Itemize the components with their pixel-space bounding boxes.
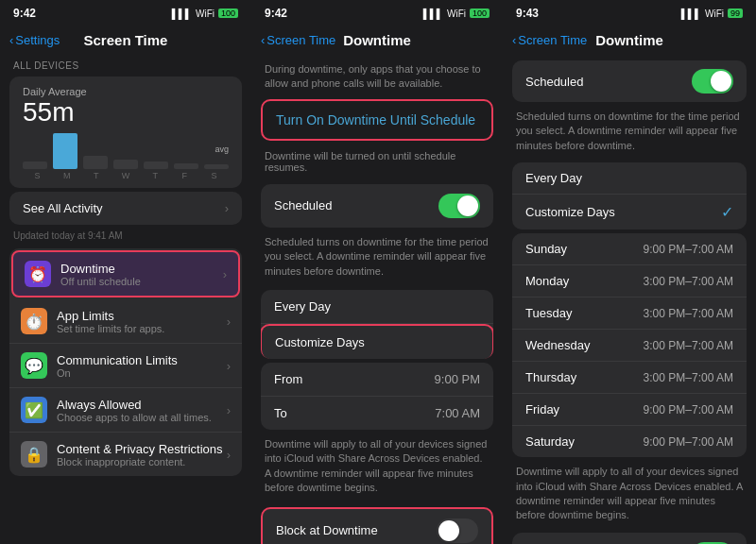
block-toggle[interactable] xyxy=(437,518,478,543)
chevron-left-icon-3: ‹ xyxy=(512,33,516,47)
day-row-6[interactable]: Saturday 9:00 PM–7:00 AM xyxy=(512,426,747,457)
chart-label-3: W xyxy=(111,171,140,180)
daily-average-card: Daily Average 55m SMTWTFS avg xyxy=(9,76,242,188)
menu-sub-0: Off until schedule xyxy=(60,276,223,287)
p3-customize-days-row[interactable]: Customize Days ✓ xyxy=(512,195,747,230)
status-icons-1: ▌▌▌ WiFi 100 xyxy=(172,8,238,19)
downtime-description: During downtime, only apps that you choo… xyxy=(251,57,503,99)
signal-icon: ▌▌▌ xyxy=(172,8,192,19)
chevron-left-icon: ‹ xyxy=(9,33,13,47)
block-label: Block at Downtime xyxy=(276,523,378,537)
menu-sub-1: Set time limits for apps. xyxy=(57,323,227,334)
chart-bar-3 xyxy=(113,160,138,169)
menu-title-4: Content & Privacy Restrictions xyxy=(57,442,227,456)
menu-text-4: Content & Privacy Restrictions Block ina… xyxy=(57,442,227,468)
panel-downtime-customize: 9:43 ▌▌▌ WiFi 99 ‹ Screen Time Downtime … xyxy=(503,0,756,544)
menu-list: ⏰ Downtime Off until schedule › ⏱️ App L… xyxy=(9,248,242,476)
turn-on-downtime-button[interactable]: Turn On Downtime Until Schedule xyxy=(261,99,493,141)
from-row[interactable]: From 9:00 PM xyxy=(261,363,493,397)
battery-icon-3: 99 xyxy=(728,8,743,18)
daily-avg-value: 55m xyxy=(23,97,229,128)
p3-block-row[interactable]: Block at Downtime xyxy=(512,533,747,544)
day-time-5: 9:00 PM–7:00 AM xyxy=(644,403,733,416)
menu-sub-4: Block inappropriate content. xyxy=(57,456,227,468)
p3-scheduled-desc: Scheduled turns on downtime for the time… xyxy=(503,106,756,159)
sched-description: Scheduled turns on downtime for the time… xyxy=(251,231,503,286)
scheduled-row[interactable]: Scheduled xyxy=(261,184,493,228)
battery-icon-2: 100 xyxy=(470,8,490,18)
menu-chevron-3: › xyxy=(227,403,231,417)
menu-chevron-1: › xyxy=(227,314,231,329)
day-row-4[interactable]: Thursday 3:00 PM–7:00 AM xyxy=(512,362,747,394)
panel-screen-time: 9:42 ▌▌▌ WiFi 100 ‹ Settings Screen Time… xyxy=(0,0,251,544)
menu-item-3[interactable]: ✅ Always Allowed Choose apps to allow at… xyxy=(9,388,242,433)
day-row-0[interactable]: Sunday 9:00 PM–7:00 AM xyxy=(512,233,747,265)
chart-label-0: S xyxy=(23,171,52,180)
menu-item-1[interactable]: ⏱️ App Limits Set time limits for apps. … xyxy=(9,299,242,344)
checkmark-icon: ✓ xyxy=(721,203,733,221)
menu-title-3: Always Allowed xyxy=(57,398,227,412)
day-row-5[interactable]: Friday 9:00 PM–7:00 AM xyxy=(512,394,747,426)
wifi-icon-3: WiFi xyxy=(705,8,724,19)
back-button-3[interactable]: ‹ Screen Time xyxy=(512,33,587,47)
daily-avg-label: Daily Average xyxy=(23,86,229,97)
downtime-apply-desc: Downtime will apply to all of your devic… xyxy=(251,434,503,503)
chevron-left-icon-2: ‹ xyxy=(261,33,265,47)
chart-bar-1 xyxy=(53,133,77,169)
block-toggle-row[interactable]: Block at Downtime xyxy=(263,509,491,544)
p3-scheduled-section: Scheduled xyxy=(512,60,747,102)
day-label-6: Saturday xyxy=(525,434,575,449)
p3-scheduled-row[interactable]: Scheduled xyxy=(512,60,747,102)
to-row[interactable]: To 7:00 AM xyxy=(261,397,493,430)
day-label-1: Monday xyxy=(525,274,569,288)
day-row-3[interactable]: Wednesday 3:00 PM–7:00 AM xyxy=(512,330,747,362)
chart-bars xyxy=(23,131,229,169)
back-button-2[interactable]: ‹ Screen Time xyxy=(261,33,335,47)
every-day-row[interactable]: Every Day xyxy=(261,290,493,324)
chart-bar-0 xyxy=(23,162,47,169)
scheduled-toggle[interactable] xyxy=(438,194,480,218)
day-row-1[interactable]: Monday 3:00 PM–7:00 AM xyxy=(512,265,747,298)
time-section: From 9:00 PM To 7:00 AM xyxy=(261,363,493,430)
day-label-5: Friday xyxy=(525,402,559,416)
menu-title-1: App Limits xyxy=(57,309,227,323)
p3-day-selection-section: Every Day Customize Days ✓ xyxy=(512,162,747,230)
menu-text-1: App Limits Set time limits for apps. xyxy=(57,309,227,334)
nav-bar-2: ‹ Screen Time Downtime xyxy=(251,23,503,57)
menu-icon-2: 💬 xyxy=(21,352,47,379)
menu-item-4[interactable]: 🔒 Content & Privacy Restrictions Block i… xyxy=(9,433,242,476)
chart-label-6: S xyxy=(199,171,229,180)
menu-chevron-2: › xyxy=(227,359,231,373)
see-all-activity-row[interactable]: See All Activity › xyxy=(9,192,242,225)
status-time-1: 9:42 xyxy=(13,7,36,20)
menu-icon-3: ✅ xyxy=(21,397,47,423)
every-day-label: Every Day xyxy=(274,299,331,314)
chart-bar-2 xyxy=(83,156,108,169)
customize-days-label: Customize Days xyxy=(275,335,365,349)
day-time-1: 3:00 PM–7:00 AM xyxy=(644,275,733,288)
day-label-0: Sunday xyxy=(525,242,567,256)
all-devices-label: ALL DEVICES xyxy=(0,57,251,73)
menu-item-0[interactable]: ⏰ Downtime Off until schedule › xyxy=(11,250,240,298)
menu-icon-4: 🔒 xyxy=(21,441,47,468)
panel-downtime: 9:42 ▌▌▌ WiFi 100 ‹ Screen Time Downtime… xyxy=(251,0,503,544)
day-row-2[interactable]: Tuesday 3:00 PM–7:00 AM xyxy=(512,298,747,330)
day-label-2: Tuesday xyxy=(525,306,572,320)
status-bar-1: 9:42 ▌▌▌ WiFi 100 xyxy=(0,0,251,23)
status-icons-2: ▌▌▌ WiFi 100 xyxy=(423,8,490,19)
menu-text-0: Downtime Off until schedule xyxy=(60,262,223,287)
p3-scheduled-toggle[interactable] xyxy=(692,69,733,94)
chart-bar-5 xyxy=(174,163,198,169)
nav-bar-3: ‹ Screen Time Downtime xyxy=(503,23,756,57)
wifi-icon-2: WiFi xyxy=(447,8,466,19)
status-time-3: 9:43 xyxy=(516,7,539,20)
chart-label-1: M xyxy=(52,171,81,180)
menu-icon-0: ⏰ xyxy=(25,261,51,287)
customize-days-row[interactable]: Customize Days xyxy=(261,324,493,359)
back-button-1[interactable]: ‹ Settings xyxy=(9,33,60,47)
p3-customize-days-label: Customize Days xyxy=(525,205,615,219)
p3-every-day-row[interactable]: Every Day xyxy=(512,162,747,195)
signal-icon-2: ▌▌▌ xyxy=(423,8,443,19)
menu-item-2[interactable]: 💬 Communication Limits On › xyxy=(9,344,242,388)
chart-label-4: T xyxy=(141,171,170,180)
